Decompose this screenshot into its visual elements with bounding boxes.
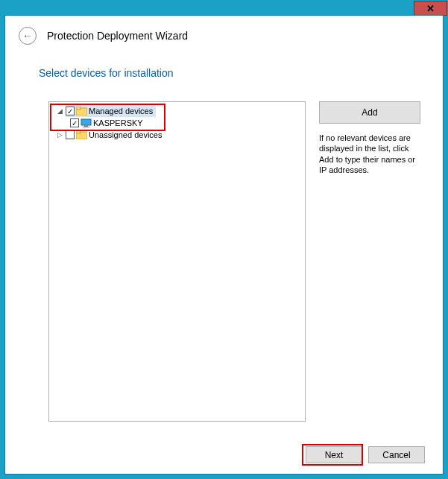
svg-rect-2 <box>81 119 91 125</box>
header: ← Protection Deployment Wizard <box>5 16 443 51</box>
wizard-title: Protection Deployment Wizard <box>47 30 188 42</box>
checkbox-kaspersky[interactable]: ✓ <box>70 118 79 127</box>
page-subtitle: Select devices for installation <box>5 51 443 83</box>
window-outer: ✕ ← Protection Deployment Wizard Select … <box>0 0 448 479</box>
device-tree[interactable]: ◢ ✓ Managed devices ✓ KASPERSKY <box>48 101 306 422</box>
tree-node-managed-devices[interactable]: ◢ ✓ Managed devices <box>51 105 303 117</box>
tree-node-unassigned-devices[interactable]: ▷ Unassigned devices <box>51 129 303 141</box>
tree-label: KASPERSKY <box>93 118 143 127</box>
folder-icon <box>76 130 87 139</box>
cancel-button[interactable]: Cancel <box>368 446 425 463</box>
expander-expand-icon[interactable]: ▷ <box>55 131 64 139</box>
next-button[interactable]: Next <box>306 446 362 463</box>
folder-icon <box>76 107 87 115</box>
right-column: Add If no relevant devices are displayed… <box>319 101 420 429</box>
titlebar: ✕ <box>1 1 447 16</box>
close-icon: ✕ <box>426 3 435 14</box>
svg-rect-6 <box>76 130 81 133</box>
svg-rect-4 <box>83 127 89 127</box>
tree-node-kaspersky[interactable]: ✓ KASPERSKY <box>51 117 303 129</box>
help-text: If no relevant devices are displayed in … <box>319 133 420 175</box>
back-button[interactable]: ← <box>19 27 37 45</box>
back-arrow-icon: ← <box>22 30 33 42</box>
footer-buttons: Next Cancel <box>306 446 425 463</box>
svg-rect-3 <box>84 125 88 127</box>
expander-collapse-icon[interactable]: ◢ <box>55 107 64 115</box>
close-button[interactable]: ✕ <box>414 1 447 16</box>
wizard-panel: ← Protection Deployment Wizard Select de… <box>4 15 444 475</box>
add-button[interactable]: Add <box>319 101 420 124</box>
checkbox-unassigned-devices[interactable] <box>66 130 75 139</box>
tree-label: Managed devices <box>89 107 153 115</box>
tree-label: Unassigned devices <box>89 130 162 139</box>
checkbox-managed-devices[interactable]: ✓ <box>66 107 75 115</box>
content-area: ◢ ✓ Managed devices ✓ KASPERSKY <box>48 101 420 429</box>
monitor-icon <box>81 118 92 127</box>
svg-rect-1 <box>76 107 81 110</box>
